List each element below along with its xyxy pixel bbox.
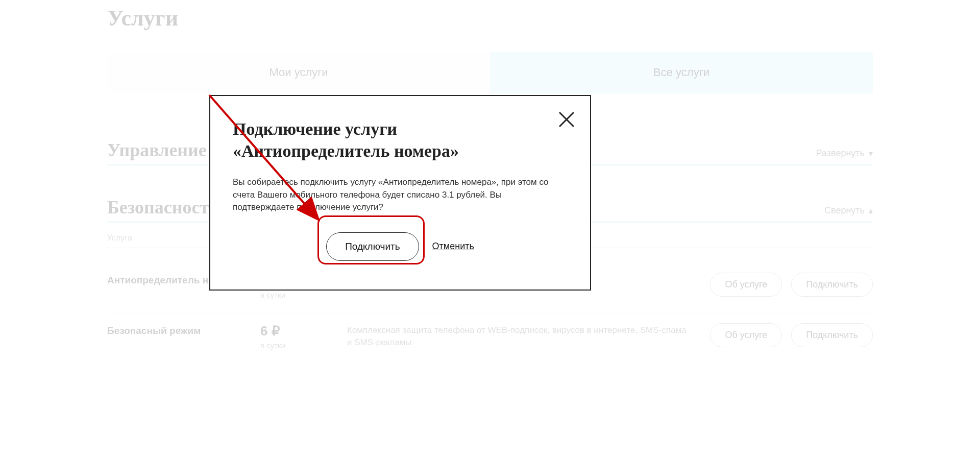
confirm-modal: Подключение услуги «Антиопределитель ном… — [209, 95, 591, 291]
modal-actions: Подключить Отменить — [233, 232, 568, 261]
modal-body: Вы собираетесь подключить услугу «Антиоп… — [233, 176, 568, 214]
modal-connect-button[interactable]: Подключить — [326, 232, 419, 261]
modal-cancel-link[interactable]: Отменить — [432, 241, 474, 252]
close-icon[interactable] — [556, 109, 577, 130]
modal-title: Подключение услуги «Антиопределитель ном… — [233, 118, 568, 162]
